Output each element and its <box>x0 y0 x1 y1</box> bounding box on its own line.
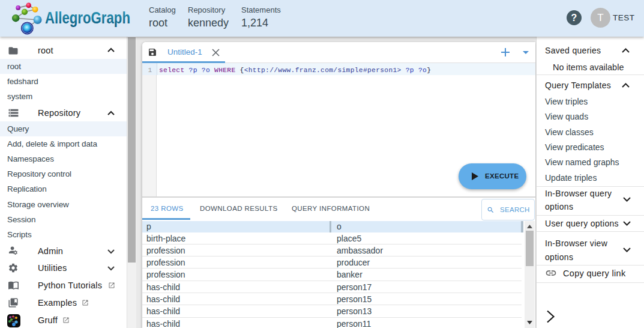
svg-text:AllegroGraph: AllegroGraph <box>45 8 130 27</box>
